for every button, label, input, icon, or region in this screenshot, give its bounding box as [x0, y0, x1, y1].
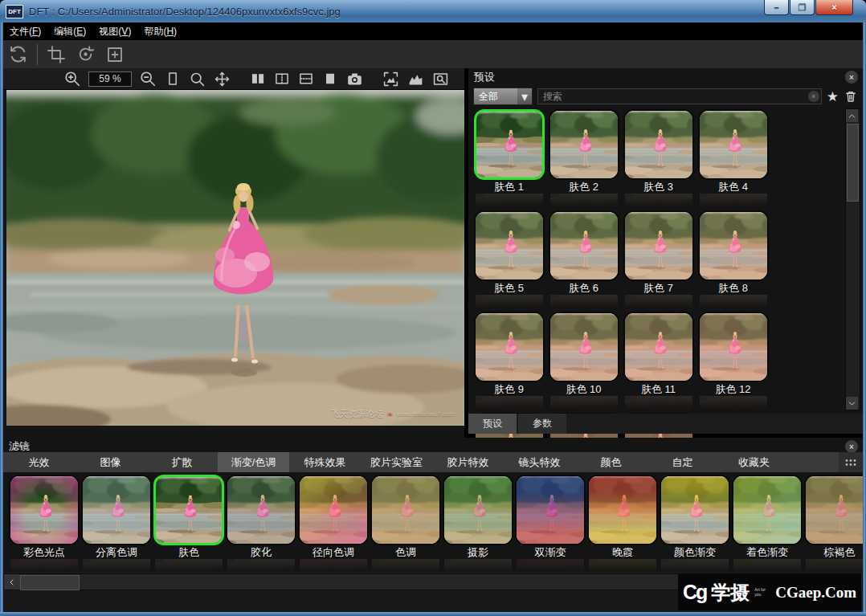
filter-thumbnail[interactable] [298, 475, 369, 545]
pan-icon[interactable] [214, 71, 231, 88]
tab-预设[interactable]: 预设 [468, 414, 517, 434]
loupe-icon[interactable] [432, 71, 449, 88]
menu-item[interactable]: 编辑(E) [47, 22, 92, 40]
filter-panel-close-icon[interactable]: × [845, 440, 858, 453]
preset-item[interactable]: 肤色 9 [472, 312, 545, 411]
minimize-button[interactable]: – [764, 0, 789, 15]
preset-thumbnail[interactable] [698, 210, 769, 281]
filter-item[interactable]: 胶化 [226, 475, 296, 571]
trash-icon[interactable] [844, 89, 858, 104]
filter-item[interactable]: 棕褐色 [804, 475, 866, 571]
reframe-icon[interactable] [105, 45, 125, 64]
preset-thumbnail[interactable] [623, 210, 694, 281]
search-clear-icon[interactable]: × [808, 91, 819, 102]
filter-thumbnail[interactable] [9, 475, 80, 545]
filter-tab-图像[interactable]: 图像 [75, 452, 146, 472]
preset-thumbnail[interactable] [474, 312, 545, 382]
split-two-view-icon[interactable] [250, 71, 266, 87]
preset-thumbnail[interactable] [549, 109, 619, 180]
menu-item[interactable]: 文件(F) [3, 22, 47, 40]
scroll-left-icon[interactable] [4, 574, 20, 589]
snapshot-icon[interactable] [346, 71, 363, 88]
scrollbar-thumb[interactable] [847, 124, 859, 202]
preset-item[interactable]: 肤色 7 [622, 210, 695, 310]
filter-item[interactable]: 着色渐变 [732, 475, 803, 571]
filter-tab-特殊效果[interactable]: 特殊效果 [289, 452, 361, 472]
zoom-in-icon[interactable] [63, 70, 81, 88]
filter-tab-扩散[interactable]: 扩散 [146, 452, 218, 472]
preset-thumbnail[interactable] [698, 312, 769, 382]
preset-item[interactable]: 肤色 6 [547, 210, 620, 310]
preset-thumbnail[interactable] [474, 109, 545, 180]
filter-thumbnail[interactable] [804, 475, 866, 545]
filter-item[interactable]: 颜色渐变 [660, 475, 730, 571]
zoom-out-icon[interactable] [139, 70, 157, 88]
filter-thumbnail[interactable] [443, 475, 513, 545]
filter-tab-颜色[interactable]: 颜色 [575, 452, 647, 472]
preset-item[interactable]: 肤色 1 [472, 109, 545, 209]
filter-item[interactable]: 摄影 [443, 475, 513, 571]
filter-tab-胶片实验室[interactable]: 胶片实验室 [361, 452, 432, 472]
preset-item[interactable]: 肤色 10 [547, 312, 620, 411]
favorite-star-icon[interactable]: ★ [827, 90, 839, 104]
preset-thumbnail[interactable] [474, 210, 545, 281]
filter-item[interactable]: 肤色 [153, 475, 224, 571]
chevron-down-icon[interactable]: ▾ [517, 88, 532, 104]
filter-tab-光效[interactable]: 光效 [3, 452, 75, 472]
menu-item[interactable]: 视图(V) [92, 22, 137, 40]
filter-thumbnail[interactable] [153, 475, 224, 545]
filter-thumbnail[interactable] [660, 475, 730, 545]
filter-thumbnail[interactable] [732, 475, 803, 545]
preset-item[interactable]: 肤色 5 [472, 210, 545, 310]
preset-item[interactable]: 肤色 12 [696, 312, 770, 411]
category-dropdown[interactable]: 全部 ▾ [473, 88, 533, 105]
scroll-down-icon[interactable] [846, 397, 858, 410]
preset-scrollbar[interactable] [845, 108, 860, 410]
zoom-level-field[interactable]: 59 % [88, 71, 132, 87]
fit-window-icon[interactable] [165, 71, 181, 87]
preset-item[interactable]: 肤色 8 [696, 210, 770, 310]
filter-item[interactable]: 彩色光点 [9, 475, 80, 571]
filter-thumbnail[interactable] [226, 475, 296, 545]
tab-参数[interactable]: 参数 [518, 414, 566, 434]
filter-item[interactable]: 双渐变 [515, 475, 586, 571]
preset-thumbnail[interactable] [549, 312, 619, 382]
preset-thumbnail[interactable] [623, 109, 694, 180]
filter-item[interactable]: 径向色调 [298, 475, 369, 571]
preset-item[interactable]: 肤色 11 [622, 312, 695, 411]
filter-tab-自定[interactable]: 自定 [647, 452, 718, 472]
crop-icon[interactable] [47, 45, 66, 64]
split-horizontal-icon[interactable] [298, 71, 314, 87]
single-view-icon[interactable] [322, 71, 338, 87]
split-vertical-icon[interactable] [274, 71, 290, 87]
preview-frame-icon[interactable] [382, 71, 399, 88]
histogram-icon[interactable] [407, 71, 424, 88]
preset-panel-close-icon[interactable]: × [845, 71, 858, 84]
filter-thumbnail[interactable] [81, 475, 152, 545]
preset-item[interactable]: 肤色 4 [696, 109, 770, 209]
preset-thumbnail[interactable] [623, 312, 694, 382]
rotate-icon[interactable] [76, 44, 96, 64]
scroll-up-icon[interactable] [846, 109, 858, 122]
filter-tab-渐变/色调[interactable]: 渐变/色调 [218, 452, 289, 472]
magnify-icon[interactable] [189, 71, 206, 88]
filter-thumbnail[interactable] [515, 475, 586, 545]
filter-tab-收藏夹[interactable]: 收藏夹 [718, 452, 790, 472]
search-input[interactable] [537, 88, 822, 104]
preset-item[interactable]: 肤色 2 [547, 109, 620, 209]
maximize-button[interactable]: ❐ [790, 0, 815, 15]
filter-thumbnail[interactable] [370, 475, 441, 545]
hscrollbar-thumb[interactable] [20, 575, 80, 590]
filter-tab-胶片特效[interactable]: 胶片特效 [432, 452, 504, 472]
preset-item[interactable]: 肤色 3 [622, 109, 695, 209]
filter-thumbnail[interactable] [587, 475, 658, 545]
filter-item[interactable]: 分离色调 [81, 475, 152, 571]
refresh-icon[interactable] [8, 44, 28, 64]
menu-item[interactable]: 帮助(H) [137, 22, 183, 40]
preset-thumbnail[interactable] [698, 109, 769, 180]
filter-item[interactable]: 色调 [370, 475, 441, 571]
filter-tab-镜头特效[interactable]: 镜头特效 [504, 452, 575, 472]
filter-item[interactable]: 晚霞 [587, 475, 658, 571]
preset-thumbnail[interactable] [549, 210, 619, 281]
title-bar[interactable]: DFT DFT : C:/Users/Administrator/Desktop… [0, 0, 866, 22]
